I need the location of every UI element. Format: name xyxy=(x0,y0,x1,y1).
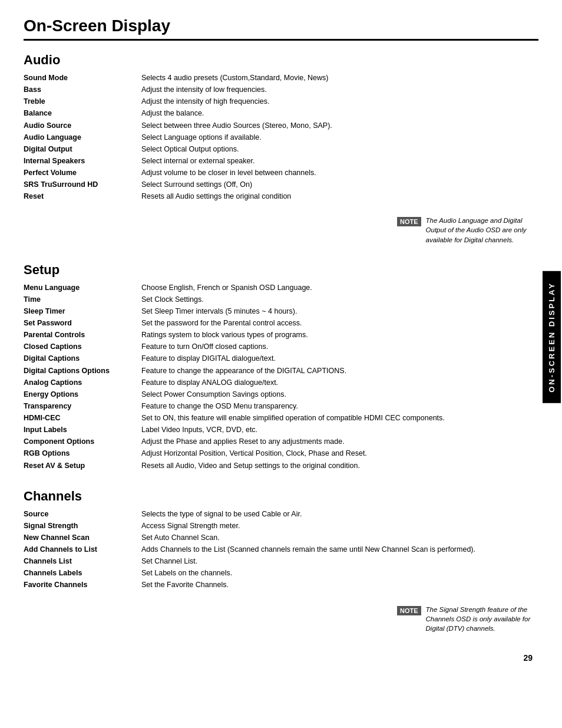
list-item: Menu LanguageChoose English, French or S… xyxy=(24,282,538,293)
item-label: Channels Labels xyxy=(24,568,141,578)
audio-note-text: The Audio Language and Digital Output of… xyxy=(426,216,538,244)
item-desc: Access Signal Strength meter. xyxy=(141,521,538,531)
item-desc: Feature to display ANALOG dialogue/text. xyxy=(141,377,538,388)
item-desc: Selects 4 audio presets (Custom,Standard… xyxy=(141,73,538,83)
item-label: Set Password xyxy=(24,318,141,328)
list-item: BalanceAdjust the balance. xyxy=(24,108,538,118)
item-label: Balance xyxy=(24,108,141,118)
channels-note: NOTE The Signal Strength feature of the … xyxy=(397,605,538,633)
channels-note-row: NOTE The Signal Strength feature of the … xyxy=(24,605,538,633)
list-item: Parental ControlsRatings system to block… xyxy=(24,330,538,340)
item-desc: Adjust volume to be closer in level betw… xyxy=(141,167,538,178)
item-label: Digital Output xyxy=(24,144,141,154)
item-desc: Adjust the balance. xyxy=(141,108,538,118)
list-item: Analog CaptionsFeature to display ANALOG… xyxy=(24,377,538,388)
list-item: Channels ListSet Channel List. xyxy=(24,556,538,566)
list-item: Energy OptionsSelect Power Consumption S… xyxy=(24,389,538,400)
list-item: Sleep TimerSet Sleep Timer intervals (5 … xyxy=(24,306,538,317)
item-desc: Feature to change the OSD Menu transpare… xyxy=(141,401,538,411)
item-desc: Adjust the intensity of high frequencies… xyxy=(141,96,538,107)
item-label: Add Channels to List xyxy=(24,544,141,555)
channels-items: SourceSelects the type of signal to be u… xyxy=(24,509,538,591)
item-desc: Set Clock Settings. xyxy=(141,294,538,305)
list-item: SRS TruSurround HDSelect Surround settin… xyxy=(24,179,538,190)
item-desc: Ratings system to block various types of… xyxy=(141,330,538,340)
list-item: Digital Captions OptionsFeature to chang… xyxy=(24,365,538,376)
item-desc: Set the password for the Parental contro… xyxy=(141,318,538,328)
item-desc: Select between three Audio Sources (Ster… xyxy=(141,120,538,131)
list-item: Audio LanguageSelect Language options if… xyxy=(24,132,538,143)
list-item: Favorite ChannelsSet the Favorite Channe… xyxy=(24,579,538,590)
channels-section-title: Channels xyxy=(24,489,538,504)
item-label: Reset xyxy=(24,191,141,202)
audio-section: Audio Sound ModeSelects 4 audio presets … xyxy=(24,52,538,245)
list-item: Set PasswordSet the password for the Par… xyxy=(24,318,538,328)
list-item: Input LabelsLabel Video Inputs, VCR, DVD… xyxy=(24,424,538,435)
setup-section-title: Setup xyxy=(24,262,538,278)
setup-items: Menu LanguageChoose English, French or S… xyxy=(24,282,538,471)
item-desc: Select Surround settings (Off, On) xyxy=(141,179,538,190)
item-desc: Adjust the Phase and applies Reset to an… xyxy=(141,436,538,447)
item-label: HDMI-CEC xyxy=(24,413,141,423)
item-label: Favorite Channels xyxy=(24,579,141,590)
item-desc: Set Labels on the channels. xyxy=(141,568,538,578)
item-label: Parental Controls xyxy=(24,330,141,340)
item-label: Source xyxy=(24,509,141,519)
channels-note-label: NOTE xyxy=(397,606,421,615)
side-tab-wrapper: ON-SCREEN DISPLAY xyxy=(541,118,562,556)
item-desc: Feature to display DIGITAL dialogue/text… xyxy=(141,353,538,364)
item-label: Sound Mode xyxy=(24,73,141,83)
item-label: Bass xyxy=(24,84,141,95)
list-item: Internal SpeakersSelect internal or exte… xyxy=(24,156,538,166)
item-desc: Resets all Audio, Video and Setup settin… xyxy=(141,460,538,471)
channels-note-text: The Signal Strength feature of the Chann… xyxy=(426,605,538,633)
audio-note-row: NOTE The Audio Language and Digital Outp… xyxy=(24,216,538,244)
item-label: Internal Speakers xyxy=(24,156,141,166)
item-label: Channels List xyxy=(24,556,141,566)
audio-note: NOTE The Audio Language and Digital Outp… xyxy=(397,216,538,244)
list-item: Add Channels to ListAdds Channels to the… xyxy=(24,544,538,555)
item-desc: Set to ON, this feature will enable simp… xyxy=(141,413,538,423)
item-label: Digital Captions xyxy=(24,353,141,364)
list-item: Closed CaptionsFeature to turn On/Off cl… xyxy=(24,341,538,352)
list-item: Digital OutputSelect Optical Output opti… xyxy=(24,144,538,154)
list-item: New Channel ScanSet Auto Channel Scan. xyxy=(24,532,538,543)
list-item: TrebleAdjust the intensity of high frequ… xyxy=(24,96,538,107)
item-desc: Set Channel List. xyxy=(141,556,538,566)
setup-section: Setup Menu LanguageChoose English, Frenc… xyxy=(24,262,538,471)
page-number: 29 xyxy=(523,653,533,663)
item-desc: Adjust Horizontal Position, Vertical Pos… xyxy=(141,448,538,459)
item-label: Perfect Volume xyxy=(24,167,141,178)
list-item: SourceSelects the type of signal to be u… xyxy=(24,509,538,519)
list-item: Reset AV & SetupResets all Audio, Video … xyxy=(24,460,538,471)
item-label: SRS TruSurround HD xyxy=(24,179,141,190)
audio-items: Sound ModeSelects 4 audio presets (Custo… xyxy=(24,73,538,202)
item-desc: Adds Channels to the List (Scanned chann… xyxy=(141,544,538,555)
item-desc: Select Language options if available. xyxy=(141,132,538,143)
item-label: Transparency xyxy=(24,401,141,411)
item-label: Audio Language xyxy=(24,132,141,143)
item-desc: Feature to turn On/Off closed captions. xyxy=(141,341,538,352)
item-label: Reset AV & Setup xyxy=(24,460,141,471)
item-desc: Set the Favorite Channels. xyxy=(141,579,538,590)
item-desc: Label Video Inputs, VCR, DVD, etc. xyxy=(141,424,538,435)
item-label: Digital Captions Options xyxy=(24,365,141,376)
item-desc: Choose English, French or Spanish OSD La… xyxy=(141,282,538,293)
channels-section: Channels SourceSelects the type of signa… xyxy=(24,489,538,633)
list-item: RGB OptionsAdjust Horizontal Position, V… xyxy=(24,448,538,459)
item-label: Sleep Timer xyxy=(24,306,141,317)
audio-note-label: NOTE xyxy=(397,217,421,226)
list-item: Channels LabelsSet Labels on the channel… xyxy=(24,568,538,578)
item-label: Menu Language xyxy=(24,282,141,293)
item-desc: Set Auto Channel Scan. xyxy=(141,532,538,543)
item-label: Component Options xyxy=(24,436,141,447)
item-label: RGB Options xyxy=(24,448,141,459)
list-item: Component OptionsAdjust the Phase and ap… xyxy=(24,436,538,447)
audio-section-title: Audio xyxy=(24,52,538,68)
item-label: Treble xyxy=(24,96,141,107)
list-item: Sound ModeSelects 4 audio presets (Custo… xyxy=(24,73,538,83)
page-title: On-Screen Display xyxy=(24,17,538,41)
side-tab: ON-SCREEN DISPLAY xyxy=(543,271,561,403)
list-item: TimeSet Clock Settings. xyxy=(24,294,538,305)
list-item: BassAdjust the intensity of low frequenc… xyxy=(24,84,538,95)
